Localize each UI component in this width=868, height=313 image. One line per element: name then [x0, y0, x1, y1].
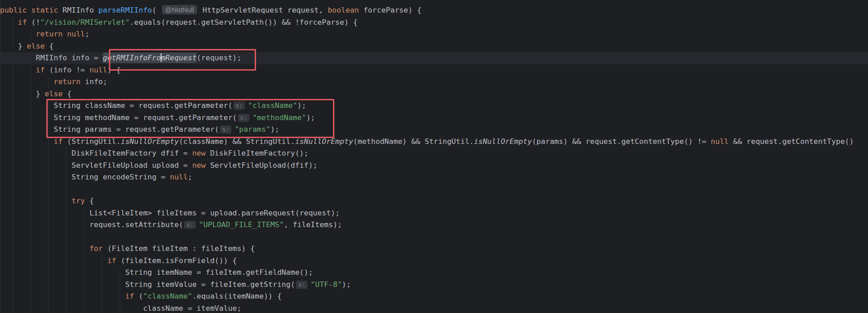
- code-token: ;: [85, 30, 90, 38]
- identifier-under-caret: getRMIInfoFro: [103, 53, 161, 63]
- code-token: else: [27, 42, 45, 50]
- code-token: String itemValue = fileItem.getString(: [0, 280, 295, 289]
- code-token: isNullOrEmpty: [121, 137, 179, 146]
- code-token: return null: [36, 30, 85, 38]
- code-line[interactable]: String encodeString = null;: [0, 171, 868, 183]
- code-token: if: [18, 18, 31, 27]
- code-token: parseRMIInfo: [99, 6, 152, 14]
- code-token: [0, 256, 107, 265]
- code-line[interactable]: String params = request.getParameter(s:"…: [0, 124, 868, 136]
- identifier-under-caret: mRequest: [161, 53, 197, 63]
- code-token: [0, 77, 54, 86]
- code-token: HttpServletRequest request,: [198, 6, 328, 14]
- code-line[interactable]: String className = request.getParameter(…: [0, 100, 868, 112]
- code-token: {: [90, 197, 94, 205]
- code-token: String className = request.getParameter(: [0, 101, 233, 110]
- code-token: "className": [248, 101, 297, 110]
- code-line[interactable]: if (info != null) {: [0, 64, 868, 76]
- code-token: null: [711, 137, 729, 146]
- code-token: null: [90, 66, 108, 74]
- code-token: {: [63, 89, 72, 98]
- code-line[interactable]: } else {: [0, 88, 868, 100]
- code-token: ) {: [107, 66, 121, 74]
- code-token: , fileItems);: [284, 220, 342, 229]
- code-token: }: [0, 89, 45, 98]
- code-line[interactable]: DiskFileItemFactory dfif = new DiskFileI…: [0, 148, 868, 160]
- code-line[interactable]: String itemValue = fileItem.getString(s:…: [0, 279, 868, 291]
- code-token: if: [54, 137, 67, 146]
- code-token: try: [72, 197, 90, 205]
- code-line[interactable]: if ("className".equals(itemName)) {: [0, 291, 868, 303]
- code-token: [0, 18, 18, 27]
- code-line[interactable]: } else {: [0, 40, 868, 53]
- code-token: (fileItem.isFormField()) {: [121, 256, 237, 265]
- code-line[interactable]: return null;: [0, 28, 868, 40]
- code-token: new: [192, 149, 210, 157]
- code-token: RMIInfo info =: [0, 54, 103, 62]
- code-token: );: [342, 280, 351, 289]
- code-token: [0, 30, 36, 38]
- code-line[interactable]: [0, 183, 868, 196]
- code-token: forceParse) {: [359, 6, 422, 14]
- code-line[interactable]: RMIInfo info = getRMIInfoFromRequest(req…: [0, 52, 868, 64]
- text-caret: [161, 53, 162, 62]
- code-token: info;: [85, 77, 108, 86]
- code-token: "UPLOAD_FILE_ITEMS": [199, 220, 284, 229]
- code-token: return: [54, 77, 85, 86]
- code-token: String params = request.getParameter(: [0, 125, 219, 134]
- code-token: }: [0, 42, 27, 50]
- code-token: String itemName = fileItem.getFieldName(…: [0, 268, 313, 277]
- code-token: (StringUtil.: [67, 137, 121, 146]
- code-token: (: [139, 292, 143, 300]
- code-line[interactable]: request.setAttribute(s:"UPLOAD_FILE_ITEM…: [0, 219, 868, 231]
- code-token: List<FileItem> fileItems = upload.parseR…: [0, 209, 340, 217]
- code-editor[interactable]: public static RMIInfo parseRMIInfo( @Not…: [0, 0, 868, 313]
- code-token: ServletFileUpload(dfif);: [210, 161, 317, 170]
- code-line[interactable]: className = itemValue;: [0, 303, 868, 313]
- code-token: ServletFileUpload upload =: [0, 161, 192, 170]
- code-line[interactable]: String itemName = fileItem.getFieldName(…: [0, 267, 868, 279]
- code-token: "methodName": [252, 113, 306, 122]
- code-line[interactable]: if (!"/vision/RMIServlet".equals(request…: [0, 17, 868, 29]
- code-token: (className) && StringUtil.: [179, 137, 295, 146]
- code-token: );: [297, 101, 306, 110]
- code-line[interactable]: List<FileItem> fileItems = upload.parseR…: [0, 207, 868, 219]
- code-line[interactable]: if (fileItem.isFormField()) {: [0, 255, 868, 267]
- code-token: for: [90, 244, 108, 253]
- parameter-name-hint: s:: [234, 102, 245, 110]
- code-token: className = itemValue;: [0, 304, 241, 313]
- code-token: String encodeString =: [0, 173, 170, 181]
- code-token: null: [170, 173, 188, 181]
- code-line[interactable]: try {: [0, 195, 868, 207]
- code-token: );: [306, 113, 315, 122]
- code-token: [0, 66, 36, 74]
- code-token: if: [107, 256, 121, 265]
- code-token: {: [45, 42, 54, 50]
- code-line[interactable]: ServletFileUpload upload = new ServletFi…: [0, 160, 868, 172]
- code-line[interactable]: return info;: [0, 76, 868, 88]
- code-line[interactable]: public static RMIInfo parseRMIInfo( @Not…: [0, 4, 868, 17]
- code-token: ;: [188, 173, 192, 181]
- code-token: String methodName = request.getParameter…: [0, 113, 237, 122]
- code-token: && request.getContentType(): [729, 137, 854, 146]
- code-token: if: [125, 292, 139, 300]
- code-token: isNullOrEmpty: [295, 137, 353, 146]
- code-line[interactable]: for (FileItem fileItem : fileItems) {: [0, 243, 868, 255]
- parameter-name-hint: s:: [220, 125, 232, 134]
- code-token: .equals(itemName)) {: [192, 292, 282, 300]
- code-token: (: [152, 6, 161, 14]
- code-lines: public static RMIInfo parseRMIInfo( @Not…: [0, 4, 868, 313]
- code-token: if: [36, 66, 49, 74]
- code-line[interactable]: String methodName = request.getParameter…: [0, 112, 868, 124]
- code-token: else: [45, 89, 63, 98]
- code-line[interactable]: [0, 231, 868, 243]
- code-line[interactable]: if (StringUtil.isNullOrEmpty(className) …: [0, 136, 868, 148]
- code-token: (methodName) && StringUtil.: [353, 137, 474, 146]
- code-token: .equals(request.getServletPath()) && !fo…: [130, 18, 358, 27]
- code-token: "params": [234, 125, 270, 134]
- code-token: );: [270, 125, 279, 134]
- code-token: [0, 292, 125, 300]
- code-token: DiskFileItemFactory dfif =: [0, 149, 192, 157]
- code-token: isNullOrEmpty: [474, 137, 532, 146]
- code-token: "UTF-8": [310, 280, 342, 289]
